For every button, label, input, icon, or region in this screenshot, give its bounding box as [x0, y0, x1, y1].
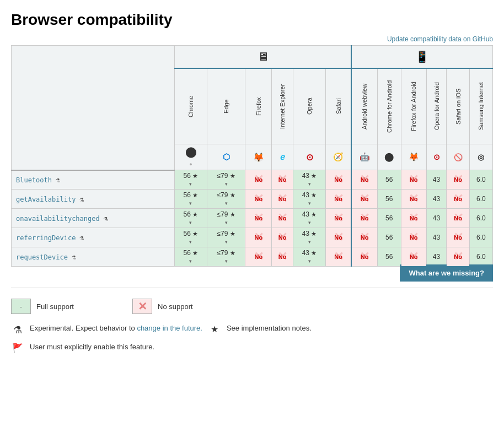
note-star-text: See implementation notes. — [227, 323, 312, 334]
data-cell: ✕ No — [447, 247, 469, 267]
notes-section: ⚗ Experimental. Expect behavior to chang… — [11, 323, 493, 353]
firefox-label: Firefox — [255, 71, 262, 142]
data-cell: ✕ No — [272, 247, 293, 267]
monitor-icon: 🖥 — [258, 51, 269, 63]
chrome-android-icon: ⬤ — [384, 152, 394, 161]
no-value: No — [410, 215, 418, 221]
samsung-icon: ◎ — [478, 153, 484, 161]
no-value: No — [454, 215, 462, 221]
ie-icon-cell: ℯ — [272, 144, 293, 170]
chrome-header: Chrome — [175, 68, 207, 144]
data-cell: ≤79 ★▾ — [207, 209, 245, 228]
safari-ios-header: Safari on iOS — [447, 68, 469, 144]
note-experimental: ⚗ Experimental. Expect behavior to chang… — [11, 323, 202, 336]
data-cell: 6.0 — [469, 228, 492, 247]
android-webview-icon-cell: 🤖 — [351, 144, 377, 170]
feature-link[interactable]: onavailabilitychanged — [16, 215, 100, 223]
safari-header: Safari — [325, 68, 351, 144]
github-link[interactable]: Update compatibility data on GitHub — [11, 35, 493, 43]
safari-ios-icon: 🚫 — [454, 153, 463, 161]
data-cell: 6.0 — [469, 170, 492, 190]
data-cell: 6.0 — [469, 190, 492, 209]
star-icon: ★ — [230, 211, 235, 218]
what-missing-button[interactable]: What are we missing? — [400, 264, 493, 282]
version-value: 43 — [433, 234, 440, 241]
data-cell: ✕ No — [401, 190, 426, 209]
no-value: No — [361, 196, 369, 202]
data-cell: 43 — [426, 170, 447, 190]
table-body: Bluetooth ⚗56 ★▾≤79 ★▾ ✕ No ✕ No 43 ★▾ ✕… — [12, 170, 493, 267]
data-cell: 43 ★▾ — [293, 170, 326, 190]
data-cell: ✕ No — [272, 228, 293, 247]
edge-header: Edge — [207, 68, 245, 144]
no-value: No — [278, 234, 287, 241]
star-icon: ★ — [311, 192, 317, 198]
edge-icon-cell: ⬡ — [207, 144, 245, 170]
no-value: No — [254, 176, 262, 183]
data-cell: 6.0 — [469, 247, 492, 267]
data-cell: 56 — [377, 209, 401, 228]
no-value: No — [334, 234, 342, 241]
no-value: No — [278, 196, 287, 202]
version-value: 43 — [433, 195, 440, 203]
data-cell: ✕ No — [272, 209, 293, 228]
no-value: No — [334, 253, 342, 260]
star-icon: ★ — [311, 172, 317, 179]
data-cell: 56 ★▾ — [175, 209, 207, 228]
data-cell: ✕ No — [401, 209, 426, 228]
version-value: 56 — [385, 176, 393, 183]
dropdown-icon: ▾ — [189, 239, 192, 245]
star-icon: ★ — [192, 192, 198, 198]
opera-android-label: Opera for Android — [433, 71, 440, 142]
data-cell: 56 ★▾ — [175, 170, 207, 190]
table-row: Bluetooth ⚗56 ★▾≤79 ★▾ ✕ No ✕ No 43 ★▾ ✕… — [12, 170, 493, 190]
opera-icon-cell: ⊙ — [293, 144, 326, 170]
samsung-header: Samsung Internet — [469, 68, 492, 144]
opera-label: Opera — [306, 71, 313, 142]
data-cell: 56 — [377, 190, 401, 209]
feature-link[interactable]: referringDevice — [16, 234, 76, 242]
data-cell: ≤79 ★▾ — [207, 170, 245, 190]
version-value: ≤79 — [217, 191, 228, 199]
version-value: 43 — [302, 172, 309, 180]
no-value: No — [278, 215, 287, 221]
firefox-android-header: Firefox for Android — [401, 68, 426, 144]
dropdown-icon: ▾ — [225, 220, 228, 225]
experimental-icon: ⚗ — [72, 253, 76, 261]
no-value: No — [278, 176, 287, 183]
version-value: ≤79 — [217, 210, 228, 218]
dropdown-icon: ▾ — [225, 258, 228, 264]
data-cell: ≤79 ★▾ — [207, 228, 245, 247]
bottom-bar: What are we missing? — [11, 267, 493, 282]
legend-no-support: ✕ - No support — [132, 299, 243, 314]
no-value: No — [278, 253, 287, 260]
data-cell: ✕ No — [245, 190, 272, 209]
ie-icon: ℯ — [280, 152, 285, 161]
android-webview-label: Android webview — [361, 71, 368, 142]
feature-link[interactable]: requestDevice — [16, 253, 68, 261]
chrome-icon: ⬤ — [185, 147, 196, 158]
version-value: 43 — [433, 176, 440, 183]
experimental-link[interactable]: change in the future. — [137, 324, 202, 332]
safari-ios-label: Safari on iOS — [455, 71, 462, 142]
experimental-icon: ⚗ — [80, 195, 84, 203]
no-value: No — [361, 176, 369, 183]
opera-android-icon-cell: ⊙ — [426, 144, 447, 170]
data-cell: ≤79 ★▾ — [207, 190, 245, 209]
data-cell: 56 ★▾ — [175, 228, 207, 247]
edge-label: Edge — [223, 71, 229, 142]
experimental-icon: ⚗ — [104, 214, 108, 223]
version-value: 6.0 — [476, 176, 486, 183]
legend-no-label: No support — [158, 302, 193, 311]
data-cell: ✕ No — [351, 247, 377, 267]
feature-link[interactable]: getAvailability — [16, 196, 76, 203]
feature-cell: onavailabilitychanged ⚗ — [12, 209, 175, 228]
dropdown-icon: ▾ — [225, 239, 228, 245]
edge-icon: ⬡ — [223, 152, 230, 161]
version-value: 43 — [302, 249, 309, 257]
feature-link[interactable]: Bluetooth — [16, 176, 52, 184]
flag-symbol: 🚩 — [11, 343, 24, 353]
data-cell: ✕ No — [272, 170, 293, 190]
version-value: 56 — [385, 195, 393, 203]
no-value: No — [361, 234, 369, 241]
